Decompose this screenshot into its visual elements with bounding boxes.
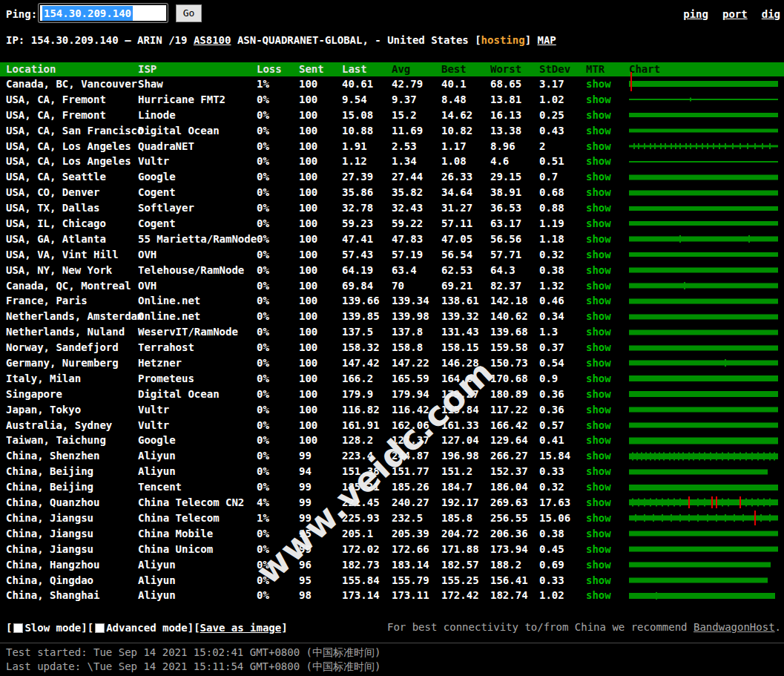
cell-loss: 0% bbox=[257, 324, 269, 340]
mtr-show-link[interactable]: show bbox=[586, 418, 611, 433]
cell-location: Taiwan, Taichung bbox=[6, 433, 106, 448]
mtr-show-link[interactable]: show bbox=[586, 340, 611, 355]
latency-spike-mark bbox=[632, 452, 633, 460]
mtr-show-link[interactable]: show bbox=[586, 588, 611, 603]
mtr-show-link[interactable]: show bbox=[586, 433, 611, 448]
latency-spike-mark bbox=[679, 499, 681, 507]
cell-last: 57.43 bbox=[342, 247, 373, 263]
column-header-location: Location bbox=[6, 62, 56, 76]
mtr-show-link[interactable]: show bbox=[586, 185, 611, 200]
save-as-image-link[interactable]: Save as image bbox=[200, 622, 282, 634]
nav-link-dig[interactable]: dig bbox=[762, 8, 780, 20]
cell-last: 27.39 bbox=[342, 169, 373, 185]
cell-best: 1.08 bbox=[441, 154, 467, 169]
mtr-show-link[interactable]: show bbox=[586, 169, 611, 185]
mtr-show-link[interactable]: show bbox=[586, 573, 611, 588]
mtr-show-link[interactable]: show bbox=[586, 92, 611, 108]
mtr-show-link[interactable]: show bbox=[586, 448, 611, 464]
table-row: Australia, SydneyVultr0%100161.91162.061… bbox=[0, 418, 784, 433]
mtr-show-link[interactable]: show bbox=[586, 139, 611, 154]
cell-stdev: 3.17 bbox=[539, 76, 564, 92]
cell-best: 155.25 bbox=[441, 573, 479, 588]
packet-loss-mark bbox=[716, 496, 717, 508]
mtr-show-link[interactable]: show bbox=[586, 526, 611, 542]
column-header-best: Best bbox=[441, 62, 467, 76]
ping-history-chart bbox=[629, 154, 778, 169]
cell-worst: 82.37 bbox=[490, 278, 521, 294]
cell-avg: 42.79 bbox=[392, 76, 423, 92]
cell-isp: WeservIT/RamNode bbox=[138, 324, 238, 340]
map-link[interactable]: MAP bbox=[537, 34, 556, 46]
china-recommendation: For best connectivity to/from China we r… bbox=[387, 621, 781, 633]
cell-avg: 172.66 bbox=[392, 542, 429, 557]
mtr-show-link[interactable]: show bbox=[586, 464, 611, 479]
mtr-show-link[interactable]: show bbox=[586, 278, 611, 294]
cell-avg: 35.82 bbox=[392, 185, 423, 200]
cell-worst: 36.53 bbox=[490, 200, 521, 216]
cell-loss: 0% bbox=[257, 448, 269, 464]
mtr-show-link[interactable]: show bbox=[586, 263, 611, 278]
cell-sent: 100 bbox=[299, 433, 317, 448]
cell-worst: 29.15 bbox=[490, 169, 521, 185]
latency-spike-mark bbox=[728, 499, 729, 507]
mtr-show-link[interactable]: show bbox=[586, 511, 611, 526]
mtr-show-link[interactable]: show bbox=[586, 355, 611, 371]
table-row: USA, CA, San FranciscoDigital Ocean0%100… bbox=[0, 123, 784, 139]
slow-mode-checkbox[interactable] bbox=[13, 623, 23, 633]
cell-worst: 13.38 bbox=[490, 123, 521, 139]
packet-loss-mark bbox=[754, 511, 756, 525]
mtr-show-link[interactable]: show bbox=[586, 123, 611, 139]
cell-stdev: 0.54 bbox=[539, 355, 564, 371]
latency-spike-mark bbox=[774, 452, 775, 460]
mtr-show-link[interactable]: show bbox=[586, 542, 611, 557]
packet-loss-mark bbox=[688, 496, 690, 508]
nav-link-ping[interactable]: ping bbox=[683, 8, 708, 20]
table-row: China, BeijingTencent0%99185.21185.26184… bbox=[0, 479, 784, 495]
ping-target-input[interactable]: 154.30.209.140 bbox=[39, 4, 168, 22]
asn-link[interactable]: AS8100 bbox=[194, 34, 231, 46]
mtr-show-link[interactable]: show bbox=[586, 76, 611, 92]
mtr-show-link[interactable]: show bbox=[586, 557, 611, 573]
mtr-show-link[interactable]: show bbox=[586, 309, 611, 324]
latency-spike-mark bbox=[697, 499, 699, 507]
cell-best: 158.15 bbox=[441, 340, 479, 355]
ping-history-chart bbox=[629, 263, 778, 278]
nav-link-port[interactable]: port bbox=[722, 8, 748, 20]
mtr-show-link[interactable]: show bbox=[586, 200, 611, 216]
mtr-show-link[interactable]: show bbox=[586, 216, 611, 232]
cell-avg: 63.4 bbox=[392, 263, 417, 278]
ping-history-chart bbox=[629, 324, 778, 340]
cell-avg: 185.26 bbox=[392, 479, 429, 495]
cell-last: 161.91 bbox=[342, 418, 380, 433]
cell-avg: 9.37 bbox=[392, 92, 417, 108]
mtr-show-link[interactable]: show bbox=[586, 495, 611, 511]
cell-avg: 27.44 bbox=[392, 169, 423, 185]
mtr-show-link[interactable]: show bbox=[586, 402, 611, 418]
mtr-show-link[interactable]: show bbox=[586, 247, 611, 263]
mtr-show-link[interactable]: show bbox=[586, 108, 611, 123]
mtr-show-link[interactable]: show bbox=[586, 232, 611, 247]
mtr-show-link[interactable]: show bbox=[586, 387, 611, 402]
cell-worst: 63.17 bbox=[490, 216, 521, 232]
mtr-show-link[interactable]: show bbox=[586, 371, 611, 387]
table-row: Germany, NurembergHetzner0%100147.42147.… bbox=[0, 355, 784, 371]
mtr-show-link[interactable]: show bbox=[586, 293, 611, 309]
table-row: China, ShanghaiAliyun0%98173.14173.11172… bbox=[0, 588, 784, 603]
cell-stdev: 0.7 bbox=[539, 169, 558, 185]
cell-avg: 139.98 bbox=[392, 309, 429, 324]
latency-spike-mark bbox=[671, 514, 672, 522]
latency-spike-mark bbox=[722, 452, 723, 460]
mtr-show-link[interactable]: show bbox=[586, 479, 611, 495]
ping-history-chart bbox=[629, 479, 778, 495]
latency-spike-mark bbox=[659, 452, 660, 460]
cell-isp: Hurricane FMT2 bbox=[138, 92, 225, 108]
mtr-show-link[interactable]: show bbox=[586, 154, 611, 169]
table-row: Canada, BC, VancouverShaw1%10040.6142.79… bbox=[0, 76, 784, 92]
go-button[interactable]: Go bbox=[176, 4, 202, 22]
mtr-show-link[interactable]: show bbox=[586, 324, 611, 340]
bandwagonhost-link[interactable]: BandwagonHost bbox=[694, 621, 775, 633]
ping-history-chart bbox=[629, 495, 778, 511]
advanced-mode-checkbox[interactable] bbox=[95, 623, 105, 633]
latency-spike-mark bbox=[669, 452, 671, 460]
cell-isp: Prometeus bbox=[138, 371, 194, 387]
